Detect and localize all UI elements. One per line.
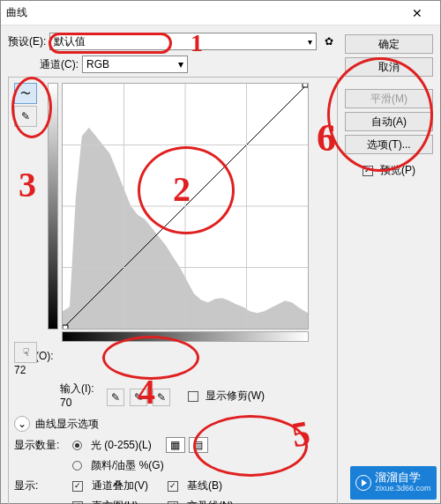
- smooth-button[interactable]: 平滑(M): [345, 89, 433, 108]
- cb-intersection[interactable]: [168, 501, 178, 505]
- preset-row: 预设(E): 默认值 ▾ ✿: [8, 33, 338, 50]
- preview-label: 预览(P): [380, 163, 415, 178]
- show-clipping-checkbox[interactable]: [188, 391, 198, 402]
- window-title: 曲线: [6, 5, 400, 20]
- watermark-url: zixue.3d66.com: [375, 483, 430, 493]
- eyedropper-gray[interactable]: ✎: [130, 389, 147, 406]
- svg-rect-8: [63, 325, 68, 329]
- svg-rect-9: [303, 84, 308, 87]
- show-clipping-label: 显示修剪(W): [206, 389, 265, 404]
- radio-light-label: 光 (0-255)(L): [91, 438, 152, 453]
- channel-value: RGB: [86, 58, 109, 70]
- preset-value: 默认值: [54, 34, 86, 49]
- radio-pigment-label: 颜料/油墨 %(G): [91, 458, 164, 473]
- cb-baseline-label: 基线(B): [187, 478, 222, 493]
- grid-small-icon[interactable]: ▦: [166, 437, 185, 453]
- watermark-brand: 溜溜自学: [375, 472, 430, 483]
- display-qty-label: 显示数量:: [14, 438, 67, 453]
- output-gradient: [48, 83, 58, 330]
- output-value: 72: [14, 364, 26, 376]
- preview-checkbox[interactable]: [363, 166, 373, 176]
- channel-row: 通道(C): RGB ▾: [40, 56, 338, 73]
- input-value: 70: [60, 397, 94, 409]
- chevron-down-icon: ▾: [308, 37, 312, 47]
- show-label: 显示:: [14, 478, 67, 493]
- pencil-tool-button[interactable]: ✎: [14, 106, 37, 127]
- cancel-button[interactable]: 取消: [345, 57, 433, 77]
- titlebar[interactable]: 曲线 ✕: [1, 1, 440, 26]
- curve-tool-button[interactable]: 〜: [14, 83, 37, 104]
- curves-chart[interactable]: [62, 83, 309, 330]
- grid-large-icon[interactable]: ▤: [189, 437, 208, 453]
- auto-button[interactable]: 自动(A): [345, 112, 433, 131]
- eyedropper-white[interactable]: ✎: [153, 389, 170, 406]
- watermark: 溜溜自学 zixue.3d66.com: [350, 466, 437, 500]
- cb-channel-overlay[interactable]: [72, 481, 83, 492]
- cb-channel-overlay-label: 通道叠加(V): [92, 478, 162, 493]
- dialog-window: 曲线 ✕ 预设(E): 默认值 ▾ ✿ 通道(C): RGB ▾: [0, 0, 441, 504]
- input-gradient: [62, 331, 309, 342]
- hand-tool-button[interactable]: ☟: [14, 342, 37, 363]
- collapse-icon[interactable]: ⌄: [14, 416, 30, 432]
- ok-button[interactable]: 确定: [345, 34, 433, 54]
- radio-pigment[interactable]: [72, 461, 82, 471]
- radio-light[interactable]: [72, 441, 82, 450]
- channel-label: 通道(C):: [40, 57, 78, 72]
- cb-baseline[interactable]: [168, 481, 178, 492]
- close-icon[interactable]: ✕: [400, 6, 435, 20]
- gear-icon[interactable]: ✿: [320, 35, 338, 48]
- display-options-header: 曲线显示选项: [35, 417, 99, 432]
- curves-panel: 〜 ✎: [8, 77, 338, 504]
- input-label: 输入(I):: [60, 382, 94, 397]
- cb-intersection-label: 交叉线(N): [187, 499, 234, 504]
- curve-line: [63, 84, 308, 329]
- options-button[interactable]: 选项(T)...: [345, 135, 433, 154]
- channel-select[interactable]: RGB ▾: [82, 56, 188, 73]
- chevron-down-icon: ▾: [178, 58, 183, 70]
- preset-select[interactable]: 默认值 ▾: [49, 33, 317, 50]
- cb-histogram[interactable]: [72, 501, 83, 505]
- preset-label: 预设(E):: [8, 34, 46, 49]
- eyedropper-black[interactable]: ✎: [107, 389, 124, 406]
- cb-histogram-label: 直方图(H): [92, 499, 162, 504]
- play-icon: [355, 475, 371, 491]
